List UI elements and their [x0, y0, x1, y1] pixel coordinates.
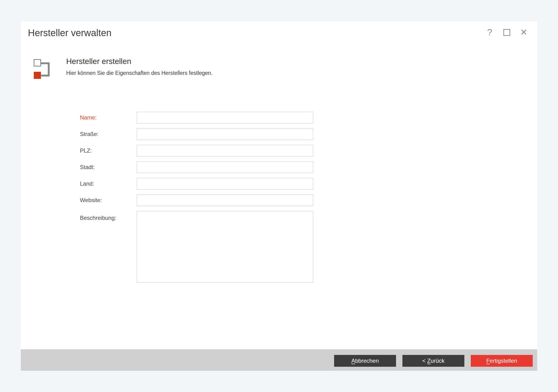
website-input[interactable] — [137, 194, 313, 206]
stadt-label: Stadt: — [80, 164, 137, 170]
form-row-beschreibung: Beschreibung: — [80, 211, 313, 283]
button-label: < Zurück — [422, 358, 445, 364]
dialog-title: Hersteller verwalten — [28, 27, 111, 38]
maximize-button[interactable] — [501, 27, 512, 38]
form-row-name: Name: — [80, 112, 313, 124]
close-icon[interactable]: ✕ — [518, 27, 529, 38]
footer-buttons: Abbrechen < Zurück Fertigstellen — [334, 355, 533, 367]
beschreibung-textarea[interactable] — [137, 211, 313, 283]
strasse-input[interactable] — [137, 128, 313, 140]
fertigstellen-button[interactable]: Fertigstellen — [471, 355, 533, 367]
name-label: Name: — [80, 114, 137, 121]
footer-bar: Abbrechen < Zurück Fertigstellen — [21, 349, 537, 371]
form-row-plz: PLZ: — [80, 145, 313, 157]
button-label: Abbrechen — [351, 358, 379, 364]
plz-input[interactable] — [137, 145, 313, 157]
land-label: Land: — [80, 180, 137, 187]
help-icon[interactable]: ? — [484, 27, 495, 38]
maximize-icon — [503, 29, 510, 36]
form-row-land: Land: — [80, 178, 313, 190]
website-label: Website: — [80, 197, 137, 204]
hersteller-form: Name: Straße: PLZ: Stadt: Land: Website:… — [80, 112, 313, 283]
form-row-strasse: Straße: — [80, 128, 313, 140]
button-label: Fertigstellen — [486, 358, 517, 364]
step-title: Hersteller erstellen — [66, 57, 131, 66]
plz-label: PLZ: — [80, 147, 137, 154]
land-input[interactable] — [137, 178, 313, 190]
form-row-stadt: Stadt: — [80, 161, 313, 173]
hersteller-verwalten-dialog: Hersteller verwalten ? ✕ Hersteller erst… — [21, 21, 537, 371]
window-controls: ? ✕ — [484, 27, 529, 38]
abbrechen-button[interactable]: Abbrechen — [334, 355, 396, 367]
wizard-step-icon — [34, 59, 51, 80]
step-description: Hier können Sie die Eigenschaften des He… — [66, 69, 213, 76]
name-input[interactable] — [137, 112, 313, 124]
stadt-input[interactable] — [137, 161, 313, 173]
form-row-website: Website: — [80, 194, 313, 206]
zurueck-button[interactable]: < Zurück — [402, 355, 464, 367]
strasse-label: Straße: — [80, 131, 137, 137]
beschreibung-label: Beschreibung: — [80, 211, 137, 221]
